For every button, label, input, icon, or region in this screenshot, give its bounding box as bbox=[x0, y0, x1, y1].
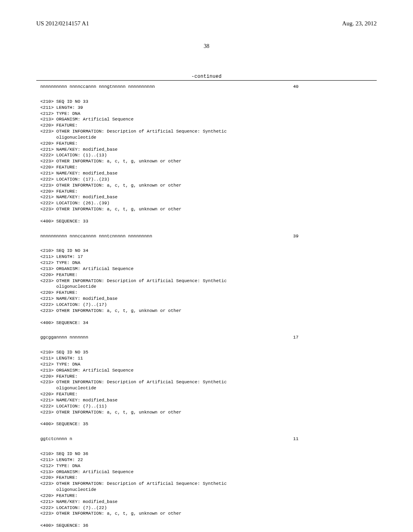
sequence-row-33: nnnnnnnnnn nnnccannnn nnntcnnnnn nnnnnnn… bbox=[40, 233, 298, 239]
entry-33: <210> SEQ ID NO 33 <211> LENGTH: 39 <212… bbox=[40, 99, 377, 239]
sequence-text: nnnnnnnnnn nnnccannnn nnntcnnnnn nnnnnnn… bbox=[40, 233, 152, 239]
sequence-text: ggtctcnnnn n bbox=[40, 436, 72, 442]
sequence-row-top: nnnnnnnnnn nnnnccannn nnngtnnnnn nnnnnnn… bbox=[40, 84, 298, 90]
sequence-length: 40 bbox=[293, 84, 298, 90]
continued-label: -continued bbox=[36, 74, 377, 79]
page-container: US 2012/0214157 A1 Aug. 23, 2012 38 -con… bbox=[0, 0, 413, 532]
page-header: US 2012/0214157 A1 Aug. 23, 2012 bbox=[36, 20, 377, 27]
sequence-length: 39 bbox=[293, 233, 298, 239]
entry-34: <210> SEQ ID NO 34 <211> LENGTH: 17 <212… bbox=[40, 248, 377, 341]
entry-header-35: <210> SEQ ID NO 35 <211> LENGTH: 11 <212… bbox=[40, 349, 377, 427]
publication-date: Aug. 23, 2012 bbox=[342, 20, 377, 27]
entry-36: <210> SEQ ID NO 36 <211> LENGTH: 22 <212… bbox=[40, 451, 377, 529]
sequence-row-34: ggcggannnn nnnnnnn 17 bbox=[40, 335, 298, 341]
sequence-text: nnnnnnnnnn nnnnccannn nnngtnnnnn nnnnnnn… bbox=[40, 84, 155, 90]
publication-number: US 2012/0214157 A1 bbox=[36, 20, 89, 27]
entry-header-33: <210> SEQ ID NO 33 <211> LENGTH: 39 <212… bbox=[40, 99, 377, 224]
sequence-row-35: ggtctcnnnn n 11 bbox=[40, 436, 298, 442]
rule-top bbox=[36, 80, 377, 81]
sequence-text: ggcggannnn nnnnnnn bbox=[40, 335, 88, 341]
sequence-listing: nnnnnnnnnn nnnnccannn nnngtnnnnn nnnnnnn… bbox=[40, 84, 377, 529]
entry-header-36: <210> SEQ ID NO 36 <211> LENGTH: 22 <212… bbox=[40, 451, 377, 529]
page-number: 38 bbox=[36, 43, 377, 50]
entry-35: <210> SEQ ID NO 35 <211> LENGTH: 11 <212… bbox=[40, 349, 377, 442]
sequence-length: 17 bbox=[293, 335, 298, 341]
entry-header-34: <210> SEQ ID NO 34 <211> LENGTH: 17 <212… bbox=[40, 248, 377, 326]
sequence-length: 11 bbox=[293, 436, 298, 442]
